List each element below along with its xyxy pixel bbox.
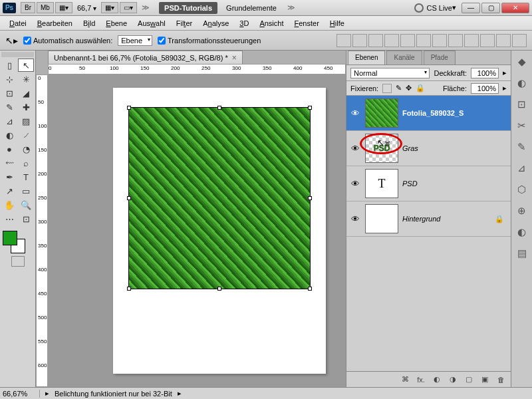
bridge-button[interactable]: Br [21, 2, 35, 13]
cslive-button[interactable]: CS Live ▾ [414, 3, 456, 13]
new-layer-icon[interactable]: ▣ [479, 374, 491, 385]
tool-1[interactable]: ↖ [18, 59, 34, 72]
tool-21[interactable]: 🔍 [18, 198, 34, 211]
tool-4[interactable]: ⊡ [1, 86, 17, 100]
tool-0[interactable]: ▯ [1, 59, 17, 72]
maximize-button[interactable]: ▢ [481, 3, 500, 13]
grass-image-layer[interactable] [129, 108, 310, 289]
minimize-button[interactable]: — [462, 3, 480, 13]
adjustments-strip-icon[interactable]: ⊡ [515, 97, 529, 112]
menu-hilfe[interactable]: Hilfe [325, 17, 350, 29]
layer-thumbnail[interactable] [365, 98, 398, 128]
menu-filter[interactable]: Filter [171, 17, 198, 29]
auto-select-checkbox[interactable]: Automatisch auswählen: [23, 37, 112, 45]
delete-layer-icon[interactable]: 🗑 [495, 374, 507, 385]
menu-datei[interactable]: Datei [4, 17, 32, 29]
document-tab[interactable]: Unbenannt-1 bei 66,7% (Fotolia_589032_S,… [48, 51, 243, 64]
quickmask-button[interactable] [11, 256, 25, 267]
color-strip-icon[interactable]: ◐ [515, 76, 529, 90]
tools-strip-icon[interactable]: ✂ [515, 118, 529, 133]
menu-auswahl[interactable]: Auswahl [132, 17, 171, 29]
tool-13[interactable]: ◔ [18, 142, 34, 156]
align-icon[interactable] [400, 34, 415, 47]
layer-name[interactable]: PSD [402, 180, 508, 188]
opacity-arrow-icon[interactable]: ▸ [503, 68, 507, 77]
menu-ebene[interactable]: Ebene [100, 17, 132, 29]
expand-icon[interactable]: ≫ [142, 3, 150, 12]
zoom-level[interactable]: 66,7 ▾ [77, 4, 96, 12]
lock-transparency-icon[interactable] [382, 84, 392, 93]
layer-thumbnail[interactable] [365, 204, 398, 233]
align-icon[interactable] [336, 34, 351, 47]
tool-17[interactable]: T [18, 170, 34, 184]
fill-arrow-icon[interactable]: ▸ [503, 84, 507, 92]
layer-name[interactable]: Hintergrund [402, 215, 495, 223]
tool-7[interactable]: ✚ [18, 100, 34, 114]
menu-bearbeiten[interactable]: Bearbeiten [32, 17, 78, 29]
tab-pfade[interactable]: Pfade [424, 51, 456, 65]
layer-thumbnail[interactable]: PSD [365, 134, 398, 163]
tool-2[interactable]: ⊹ [1, 72, 17, 86]
lock-position-icon[interactable]: ✥ [406, 84, 412, 92]
adjustment-layer-icon[interactable]: ◑ [447, 374, 459, 385]
tab-close-icon[interactable]: × [232, 53, 237, 63]
measure-strip-icon[interactable]: ⊕ [515, 203, 529, 218]
distribute-icon[interactable] [464, 34, 479, 47]
clone-strip-icon[interactable]: ⊿ [515, 161, 529, 176]
color-swatches[interactable] [1, 229, 34, 253]
tool-19[interactable]: ▭ [18, 184, 34, 198]
tool-11[interactable]: ⟋ [18, 128, 34, 142]
mask-strip-icon[interactable]: ◐ [515, 225, 529, 239]
menu-analyse[interactable]: Analyse [198, 17, 234, 29]
layer-fx-icon[interactable]: fx. [415, 374, 427, 385]
visibility-eye-icon[interactable]: 👁 [349, 179, 361, 189]
distribute-icon[interactable] [512, 34, 527, 47]
visibility-eye-icon[interactable]: 👁 [349, 108, 361, 118]
tool-9[interactable]: ▨ [18, 114, 34, 128]
tab-ebenen[interactable]: Ebenen [348, 51, 385, 65]
tool-22[interactable]: ⋯ [1, 212, 17, 225]
tool-14[interactable]: ⬳ [1, 156, 17, 170]
viewmode-button[interactable]: ▦▾ [55, 2, 72, 13]
menu-fenster[interactable]: Fenster [289, 17, 325, 29]
layer-row[interactable]: 👁Fotolia_589032_S [346, 96, 511, 131]
visibility-eye-icon[interactable]: 👁 [349, 144, 361, 154]
history-strip-icon[interactable]: ▤ [515, 246, 529, 261]
align-icon[interactable] [352, 34, 367, 47]
arrange-button[interactable]: ▦▾ [101, 2, 118, 13]
screenmode-button[interactable]: ▭▾ [120, 2, 137, 13]
menu-ansicht[interactable]: Ansicht [254, 17, 289, 29]
tool-6[interactable]: ✎ [1, 100, 17, 114]
tool-15[interactable]: ⌕ [18, 156, 34, 170]
status-arrow-icon[interactable]: ▸ [178, 389, 182, 398]
workspace-active[interactable]: PSD-Tutorials [159, 2, 217, 14]
opacity-input[interactable]: 100% [471, 68, 499, 78]
toolbox-handle[interactable] [1, 52, 34, 57]
distribute-icon[interactable] [496, 34, 511, 47]
menu-3d[interactable]: 3D [234, 17, 254, 29]
tool-18[interactable]: ↗ [1, 184, 17, 198]
layer-row[interactable]: 👁TPSD [346, 166, 511, 201]
layer-row[interactable]: 👁Hintergrund🔒 [346, 201, 511, 237]
visibility-eye-icon[interactable]: 👁 [349, 214, 361, 224]
status-zoom[interactable]: 66,67% [3, 390, 40, 398]
layer-group-icon[interactable]: ▢ [463, 374, 475, 385]
foreground-swatch[interactable] [3, 231, 17, 245]
layer-mask-icon[interactable]: ◐ [431, 374, 443, 385]
align-icon[interactable] [416, 34, 431, 47]
tool-5[interactable]: ◢ [18, 86, 34, 100]
tool-20[interactable]: ✋ [1, 198, 17, 211]
auto-select-dropdown[interactable]: Ebene [118, 35, 152, 46]
transform-controls-checkbox[interactable]: Transformationssteuerungen [158, 37, 261, 45]
lock-all-icon[interactable]: 🔒 [416, 84, 425, 92]
tool-16[interactable]: ✒ [1, 170, 17, 184]
close-button[interactable]: ✕ [501, 3, 529, 13]
3d-strip-icon[interactable]: ⬡ [515, 182, 529, 197]
align-icon[interactable] [368, 34, 383, 47]
tool-8[interactable]: ⊿ [1, 114, 17, 128]
layers-strip-icon[interactable]: ◆ [515, 55, 529, 69]
menu-bild[interactable]: Bild [78, 17, 100, 29]
tool-3[interactable]: ✳ [18, 72, 34, 86]
tab-kanaele[interactable]: Kanäle [386, 51, 422, 65]
workspace-item[interactable]: Grundelemente [221, 2, 282, 14]
